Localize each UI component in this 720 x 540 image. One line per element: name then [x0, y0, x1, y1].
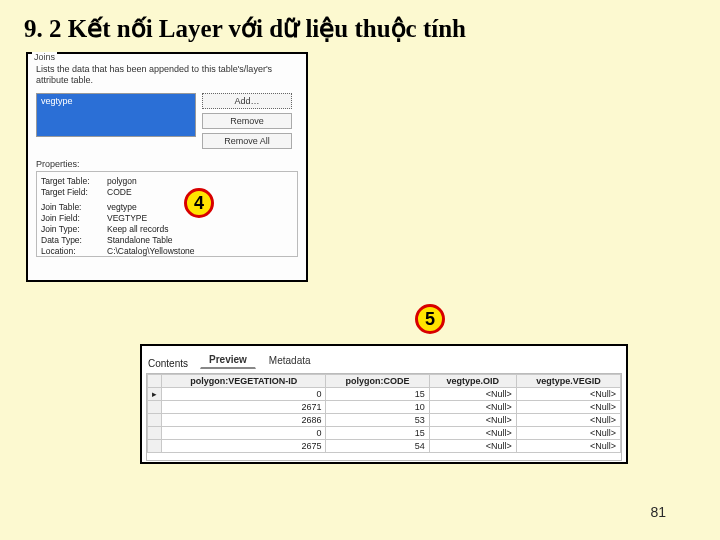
- cell: 2675: [162, 440, 326, 453]
- properties-label: Properties:: [36, 159, 306, 169]
- prop-value: C:\Catalog\Yellowstone: [107, 246, 195, 256]
- col-code[interactable]: polygon:CODE: [326, 375, 429, 388]
- row-selector[interactable]: [148, 414, 162, 427]
- section-title: 9. 2 Kết nối Layer với dữ liệu thuộc tín…: [24, 14, 466, 43]
- prop-value: vegtype: [107, 202, 137, 212]
- cell: 0: [162, 427, 326, 440]
- preview-panel: Contents Preview Metadata ▲ polygon:VEGE…: [140, 344, 628, 464]
- joins-panel: Joins Lists the data that has been appen…: [26, 52, 308, 282]
- prop-label: Target Table:: [41, 176, 107, 186]
- row-selector[interactable]: [148, 427, 162, 440]
- cell: 54: [326, 440, 429, 453]
- properties-box: Target Table: polygon Target Field: CODE…: [36, 171, 298, 257]
- tab-preview[interactable]: Preview: [200, 351, 256, 369]
- cell: <Null>: [429, 440, 516, 453]
- table-row[interactable]: ▸ 0 15 <Null> <Null>: [148, 388, 621, 401]
- table-row[interactable]: 2675 54 <Null> <Null>: [148, 440, 621, 453]
- row-selector[interactable]: ▸: [148, 388, 162, 401]
- joins-group-label: Joins: [32, 52, 57, 62]
- prop-row: Join Table: vegtype: [41, 202, 293, 212]
- cell: 15: [326, 427, 429, 440]
- prop-label: Data Type:: [41, 235, 107, 245]
- cell: 0: [162, 388, 326, 401]
- joins-description: Lists the data that has been appended to…: [28, 54, 306, 91]
- cell: <Null>: [516, 401, 620, 414]
- prop-label: Target Field:: [41, 187, 107, 197]
- cell: <Null>: [429, 427, 516, 440]
- cell: <Null>: [516, 414, 620, 427]
- preview-grid[interactable]: ▲ polygon:VEGETATION-ID polygon:CODE veg…: [146, 373, 622, 461]
- prop-row: Location: C:\Catalog\Yellowstone: [41, 246, 293, 256]
- cell: <Null>: [516, 440, 620, 453]
- col-oid[interactable]: vegtype.OID: [429, 375, 516, 388]
- contents-label: Contents: [148, 358, 188, 369]
- cell: <Null>: [429, 401, 516, 414]
- prop-value: CODE: [107, 187, 132, 197]
- step-marker-4: 4: [184, 188, 214, 218]
- table-row[interactable]: 2686 53 <Null> <Null>: [148, 414, 621, 427]
- joins-buttons: Add… Remove Remove All: [202, 93, 292, 149]
- attribute-table: polygon:VEGETATION-ID polygon:CODE vegty…: [147, 374, 621, 453]
- prop-label: Join Table:: [41, 202, 107, 212]
- col-vegid[interactable]: vegtype.VEGID: [516, 375, 620, 388]
- cell: 2671: [162, 401, 326, 414]
- prop-label: Join Type:: [41, 224, 107, 234]
- cell: <Null>: [516, 388, 620, 401]
- prop-row: Join Field: VEGTYPE: [41, 213, 293, 223]
- table-row[interactable]: 2671 10 <Null> <Null>: [148, 401, 621, 414]
- add-button[interactable]: Add…: [202, 93, 292, 109]
- step-marker-5: 5: [415, 304, 445, 334]
- col-vegetation-id[interactable]: polygon:VEGETATION-ID: [162, 375, 326, 388]
- table-header-row: polygon:VEGETATION-ID polygon:CODE vegty…: [148, 375, 621, 388]
- joins-list-selected[interactable]: vegtype: [36, 93, 196, 137]
- prop-value: Standalone Table: [107, 235, 173, 245]
- tab-metadata[interactable]: Metadata: [260, 352, 320, 369]
- prop-row: Data Type: Standalone Table: [41, 235, 293, 245]
- col-rowhead[interactable]: [148, 375, 162, 388]
- prop-label: Join Field:: [41, 213, 107, 223]
- prop-value: polygon: [107, 176, 137, 186]
- row-selector[interactable]: [148, 401, 162, 414]
- prop-row: Target Table: polygon: [41, 176, 293, 186]
- cell: 10: [326, 401, 429, 414]
- row-selector[interactable]: [148, 440, 162, 453]
- remove-all-button[interactable]: Remove All: [202, 133, 292, 149]
- cell: <Null>: [516, 427, 620, 440]
- cell: <Null>: [429, 388, 516, 401]
- preview-tabs: Contents Preview Metadata: [142, 346, 626, 369]
- prop-value: VEGTYPE: [107, 213, 147, 223]
- page-number: 81: [650, 504, 666, 520]
- cell: 53: [326, 414, 429, 427]
- cell: <Null>: [429, 414, 516, 427]
- table-row[interactable]: 0 15 <Null> <Null>: [148, 427, 621, 440]
- prop-label: Location:: [41, 246, 107, 256]
- remove-button[interactable]: Remove: [202, 113, 292, 129]
- cell: 15: [326, 388, 429, 401]
- prop-row: Target Field: CODE: [41, 187, 293, 197]
- prop-value: Keep all records: [107, 224, 168, 234]
- prop-row: Join Type: Keep all records: [41, 224, 293, 234]
- cell: 2686: [162, 414, 326, 427]
